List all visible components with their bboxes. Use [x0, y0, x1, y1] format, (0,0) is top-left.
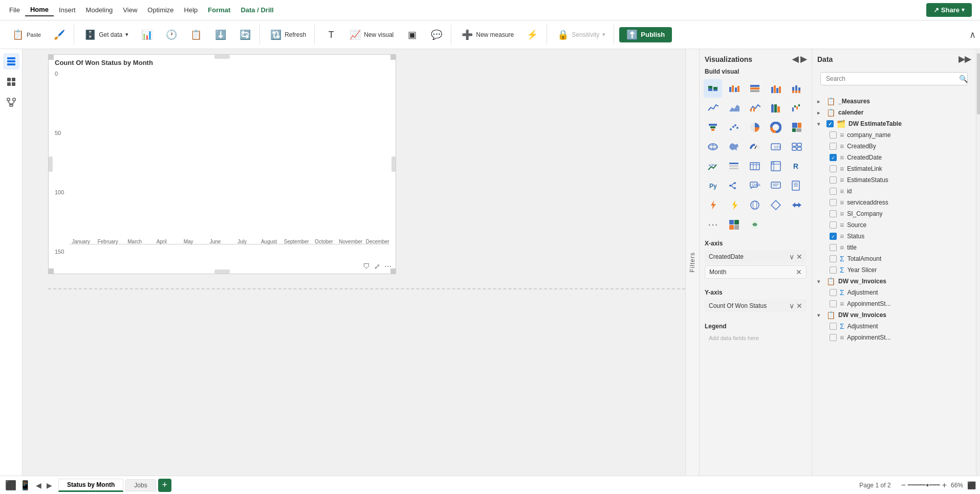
- transform-button[interactable]: 🔄: [234, 28, 256, 41]
- tree-child-checkbox[interactable]: [830, 255, 837, 262]
- paste-button[interactable]: 📋 Paste: [7, 28, 46, 41]
- viz-icon-line-clustered[interactable]: [746, 99, 764, 117]
- sensitivity-button[interactable]: 🔒 Sensitivity ▾: [552, 28, 611, 41]
- viz-scrollbar[interactable]: [976, 49, 980, 476]
- menu-help[interactable]: Help: [179, 4, 203, 16]
- viz-icon-ribbon[interactable]: [767, 99, 785, 117]
- viz-icon-kpi[interactable]: KPI: [704, 157, 722, 175]
- new-visual-button[interactable]: 📈 New visual: [344, 28, 399, 41]
- viz-icon-lightning2[interactable]: [725, 196, 743, 214]
- slicer-button[interactable]: ▣: [401, 28, 423, 41]
- menu-modeling[interactable]: Modeling: [81, 4, 118, 16]
- tree-group-item[interactable]: ▾✓🗂️DW EstimateTable: [812, 118, 976, 129]
- tab-add-button[interactable]: +: [158, 479, 171, 492]
- tree-child-item[interactable]: ΣAdjustment: [812, 321, 976, 332]
- tree-child-checkbox[interactable]: [830, 300, 837, 307]
- refresh-button[interactable]: 🔃 Refresh: [265, 28, 311, 41]
- data-panel-expand-icon[interactable]: ▶▶: [959, 54, 971, 64]
- tree-child-checkbox[interactable]: [830, 165, 837, 172]
- tree-checkbox[interactable]: ✓: [826, 120, 834, 127]
- viz-icon-arrows[interactable]: [788, 196, 806, 214]
- publish-button[interactable]: ⬆️ Publish: [619, 27, 672, 42]
- chart-resize-top[interactable]: [214, 55, 230, 59]
- tree-child-checkbox[interactable]: [830, 244, 837, 251]
- viz-icon-100pct-bar[interactable]: [746, 79, 764, 98]
- viz-icon-map[interactable]: [704, 138, 722, 156]
- quick-measure-button[interactable]: ⚡: [521, 28, 543, 41]
- tree-child-checkbox[interactable]: [830, 199, 837, 206]
- dataflow-button[interactable]: ⬇️: [209, 28, 232, 41]
- tree-child-item[interactable]: ΣTotalAmount: [812, 253, 976, 264]
- menu-file[interactable]: File: [4, 4, 25, 16]
- tree-child-checkbox[interactable]: [830, 131, 837, 139]
- enter-data-button[interactable]: 📋: [185, 28, 207, 41]
- viz-icon-custom1[interactable]: [725, 215, 743, 234]
- tree-child-checkbox[interactable]: [830, 188, 837, 195]
- viz-icon-line[interactable]: [704, 99, 722, 117]
- viz-icon-more[interactable]: ⋯: [704, 215, 722, 234]
- menu-home[interactable]: Home: [25, 4, 54, 16]
- tab-phone-icon[interactable]: 📱: [18, 479, 32, 492]
- viz-icon-stacked-column[interactable]: [788, 79, 806, 98]
- x-axis-expand-icon[interactable]: ∨: [789, 253, 794, 261]
- viz-icon-python[interactable]: Py: [704, 176, 722, 195]
- tree-child-checkbox[interactable]: [830, 334, 837, 341]
- tab-prev-icon[interactable]: ◀: [34, 480, 43, 490]
- menu-insert[interactable]: Insert: [54, 4, 81, 16]
- tree-child-item[interactable]: ≡id: [812, 186, 976, 197]
- tree-child-item[interactable]: ΣAdjustment: [812, 287, 976, 298]
- get-data-button[interactable]: 🗄️ Get data ▾: [79, 28, 134, 41]
- sidebar-report-icon[interactable]: [3, 53, 19, 70]
- viz-icon-clustered-bar[interactable]: [725, 79, 743, 98]
- zoom-in-icon[interactable]: +: [942, 481, 947, 490]
- viz-icon-treemap[interactable]: [788, 118, 806, 137]
- new-measure-button[interactable]: ➕ New measure: [456, 28, 519, 41]
- tree-child-item[interactable]: ≡company_name: [812, 129, 976, 141]
- viz-icon-pie[interactable]: [746, 118, 764, 137]
- menu-data-drill[interactable]: Data / Drill: [235, 4, 278, 16]
- viz-icon-funnel[interactable]: [704, 118, 722, 137]
- tree-child-checkbox[interactable]: [830, 323, 837, 330]
- filters-tab[interactable]: Filters: [685, 49, 700, 476]
- viz-icon-stacked-bar[interactable]: [704, 79, 722, 98]
- x-axis-sub-remove-icon[interactable]: ✕: [796, 268, 802, 276]
- viz-scroll-thumb[interactable]: [977, 53, 980, 115]
- toolbar-collapse-icon[interactable]: ∧: [969, 29, 976, 40]
- x-axis-field-pill[interactable]: CreatedDate ∨ ✕: [705, 250, 807, 263]
- chart-expand-icon[interactable]: ⤢: [374, 262, 380, 271]
- viz-icon-table[interactable]: [746, 157, 764, 175]
- chart-more-icon[interactable]: ⋯: [384, 262, 391, 271]
- y-axis-remove-icon[interactable]: ✕: [796, 302, 802, 310]
- tree-child-item[interactable]: ≡SI_Company: [812, 208, 976, 219]
- chart-resize-tr[interactable]: [390, 55, 396, 60]
- tree-child-checkbox[interactable]: [830, 289, 837, 296]
- fit-icon[interactable]: ⬛: [967, 481, 976, 489]
- viz-icon-decomp-tree[interactable]: [725, 176, 743, 195]
- viz-icon-waterfall[interactable]: [788, 99, 806, 117]
- viz-icon-gauge[interactable]: [746, 138, 764, 156]
- viz-icon-lightning[interactable]: [704, 196, 722, 214]
- x-axis-sub-pill[interactable]: Month ✕: [705, 265, 807, 279]
- tree-group-item[interactable]: ▾📋DW vw_Invoices: [812, 309, 976, 321]
- menu-optimize[interactable]: Optimize: [142, 4, 179, 16]
- viz-icon-scatter[interactable]: [725, 118, 743, 137]
- viz-icon-smart-narrative[interactable]: [767, 176, 785, 195]
- recent-sources-button[interactable]: 🕐: [160, 28, 183, 41]
- zoom-out-icon[interactable]: −: [901, 481, 906, 490]
- menu-view[interactable]: View: [118, 4, 142, 16]
- tab-view-icon[interactable]: ⬛: [4, 479, 17, 492]
- viz-icon-slicer[interactable]: [725, 157, 743, 175]
- tree-child-checkbox[interactable]: ✓: [830, 233, 837, 240]
- viz-icon-diamond[interactable]: [767, 196, 785, 214]
- tree-child-checkbox[interactable]: ✓: [830, 154, 837, 161]
- viz-icon-qa[interactable]: Q&A: [746, 176, 764, 195]
- tree-child-item[interactable]: ≡AppoinmentSt...: [812, 298, 976, 309]
- tree-child-item[interactable]: ≡CreatedBy: [812, 141, 976, 152]
- share-button[interactable]: ↗ Share ▾: [926, 3, 972, 17]
- chart-resize-tl[interactable]: [49, 55, 54, 60]
- viz-icon-donut[interactable]: [767, 118, 785, 137]
- sidebar-table-icon[interactable]: [3, 74, 19, 90]
- viz-icon-matrix[interactable]: [767, 157, 785, 175]
- viz-icon-area[interactable]: [725, 99, 743, 117]
- excel-button[interactable]: 📊: [136, 28, 158, 41]
